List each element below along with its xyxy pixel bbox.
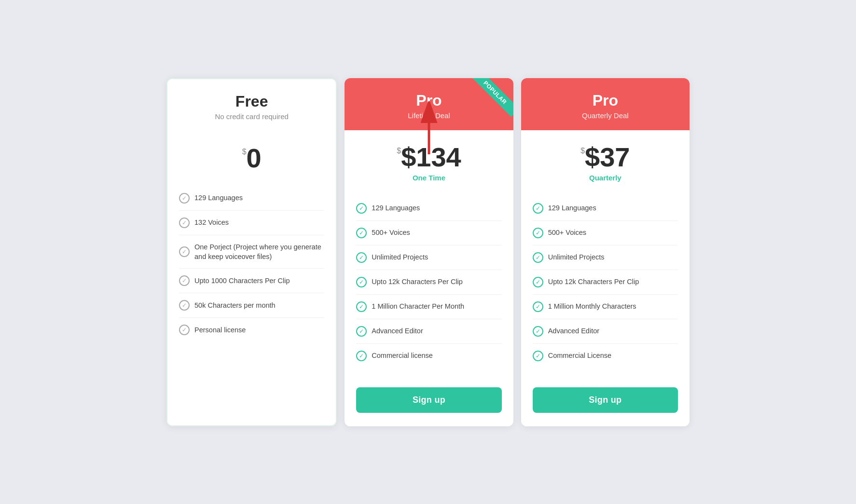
list-item: ✓ 500+ Voices xyxy=(356,221,501,245)
feature-text: 129 Languages xyxy=(194,193,243,203)
free-plan-header: Free No credit card required xyxy=(167,79,336,131)
pro-lifetime-btn-section: Sign up xyxy=(345,380,513,426)
list-item: ✓ Unlimited Projects xyxy=(356,245,501,270)
arrow-overlay xyxy=(410,101,448,161)
list-item: ✓ 132 Voices xyxy=(179,211,324,235)
feature-text: 50k Characters per month xyxy=(194,300,276,310)
check-icon: ✓ xyxy=(533,326,543,337)
popular-badge-label: POPULAR xyxy=(471,78,513,117)
feature-text: 500+ Voices xyxy=(548,228,586,237)
pro-quarterly-btn-section: Sign up xyxy=(521,380,690,426)
pro-quarterly-dollar-sign: $ xyxy=(580,147,585,155)
pricing-container: Free No credit card required $ 0 ✓ 129 L… xyxy=(163,78,693,426)
check-icon: ✓ xyxy=(179,275,190,286)
list-item: ✓ Commercial license xyxy=(356,344,501,368)
feature-text: 132 Voices xyxy=(194,218,229,227)
list-item: ✓ 50k Characters per month xyxy=(179,293,324,318)
list-item: ✓ 129 Languages xyxy=(356,196,501,221)
feature-text: Upto 1000 Characters Per Clip xyxy=(194,276,290,286)
list-item: ✓ Unlimited Projects xyxy=(533,245,678,270)
pro-lifetime-dollar-sign: $ xyxy=(397,147,401,155)
list-item: ✓ 1 Million Monthly Characters xyxy=(533,295,678,319)
feature-text: 129 Languages xyxy=(372,203,420,213)
pro-lifetime-signup-button[interactable]: Sign up xyxy=(356,387,501,413)
free-dollar-sign: $ xyxy=(242,148,247,156)
plan-card-free: Free No credit card required $ 0 ✓ 129 L… xyxy=(166,78,337,426)
pro-quarterly-plan-subtitle: Quarterly Deal xyxy=(531,111,680,120)
check-icon: ✓ xyxy=(356,301,367,312)
check-icon: ✓ xyxy=(356,351,367,361)
free-plan-title: Free xyxy=(177,93,326,110)
list-item: ✓ Commercial License xyxy=(533,344,678,368)
pro-quarterly-price-section: $ $37 Quarterly xyxy=(521,130,690,191)
free-features-section: ✓ 129 Languages ✓ 132 Voices ✓ One Porje… xyxy=(167,181,336,425)
check-icon: ✓ xyxy=(179,325,190,335)
list-item: ✓ Advanced Editor xyxy=(356,319,501,344)
feature-text: Personal license xyxy=(194,325,246,335)
check-icon: ✓ xyxy=(533,301,543,312)
list-item: ✓ 129 Languages xyxy=(179,186,324,211)
pro-quarterly-price-amount: $37 xyxy=(585,144,630,171)
check-icon: ✓ xyxy=(356,203,367,214)
check-icon: ✓ xyxy=(179,193,190,204)
check-icon: ✓ xyxy=(533,252,543,263)
list-item: ✓ Upto 1000 Characters Per Clip xyxy=(179,269,324,293)
list-item: ✓ Advanced Editor xyxy=(533,319,678,344)
list-item: ✓ One Porject (Project where you generat… xyxy=(179,235,324,269)
free-price-wrapper: $ 0 xyxy=(242,145,262,172)
feature-text: Upto 12k Characters Per Clip xyxy=(372,277,463,286)
check-icon: ✓ xyxy=(533,203,543,214)
feature-text: One Porject (Project where you generate … xyxy=(194,242,324,262)
check-icon: ✓ xyxy=(356,326,367,337)
list-item: ✓ Upto 12k Characters Per Clip xyxy=(356,270,501,295)
list-item: ✓ Upto 12k Characters Per Clip xyxy=(533,270,678,295)
plan-card-pro-lifetime: Pro Lifetime Deal POPULAR xyxy=(345,78,513,426)
pro-quarterly-price-wrapper: $ $37 xyxy=(580,144,630,171)
check-icon: ✓ xyxy=(179,218,190,228)
feature-text: 500+ Voices xyxy=(372,228,410,237)
list-item: ✓ 1 Million Character Per Month xyxy=(356,295,501,319)
check-icon: ✓ xyxy=(533,277,543,287)
plan-card-pro-quarterly: Pro Quarterly Deal $ $37 Quarterly ✓ 129… xyxy=(521,78,690,426)
pro-lifetime-price-period: One Time xyxy=(354,174,503,182)
feature-text: Commercial license xyxy=(372,351,433,360)
pro-quarterly-plan-title: Pro xyxy=(531,92,680,109)
pro-quarterly-price-period: Quarterly xyxy=(531,174,680,182)
feature-text: 1 Million Monthly Characters xyxy=(548,301,636,311)
free-price-section: $ 0 xyxy=(167,131,336,181)
check-icon: ✓ xyxy=(356,252,367,263)
pro-quarterly-plan-header: Pro Quarterly Deal xyxy=(521,78,690,130)
free-price-amount: 0 xyxy=(247,145,262,172)
feature-text: Advanced Editor xyxy=(548,326,599,336)
pro-quarterly-price-value: 37 xyxy=(600,142,630,172)
feature-text: Unlimited Projects xyxy=(548,252,605,262)
check-icon: ✓ xyxy=(179,300,190,311)
pro-lifetime-features-section: ✓ 129 Languages ✓ 500+ Voices ✓ Unlimite… xyxy=(345,191,513,380)
pro-quarterly-features-section: ✓ 129 Languages ✓ 500+ Voices ✓ Unlimite… xyxy=(521,191,690,380)
popular-badge: POPULAR xyxy=(470,78,513,122)
list-item: ✓ 129 Languages xyxy=(533,196,678,221)
check-icon: ✓ xyxy=(356,228,367,238)
feature-text: Commercial License xyxy=(548,351,611,360)
free-plan-subtitle: No credit card required xyxy=(177,112,326,121)
pro-quarterly-signup-button[interactable]: Sign up xyxy=(533,387,678,413)
list-item: ✓ 500+ Voices xyxy=(533,221,678,245)
feature-text: Upto 12k Characters Per Clip xyxy=(548,277,639,286)
check-icon: ✓ xyxy=(533,351,543,361)
feature-text: 129 Languages xyxy=(548,203,596,213)
list-item: ✓ Personal license xyxy=(179,318,324,342)
check-icon: ✓ xyxy=(533,228,543,238)
check-icon: ✓ xyxy=(356,277,367,287)
feature-text: Unlimited Projects xyxy=(372,252,428,262)
feature-text: 1 Million Character Per Month xyxy=(372,301,464,311)
check-icon: ✓ xyxy=(179,246,190,257)
feature-text: Advanced Editor xyxy=(372,326,423,336)
